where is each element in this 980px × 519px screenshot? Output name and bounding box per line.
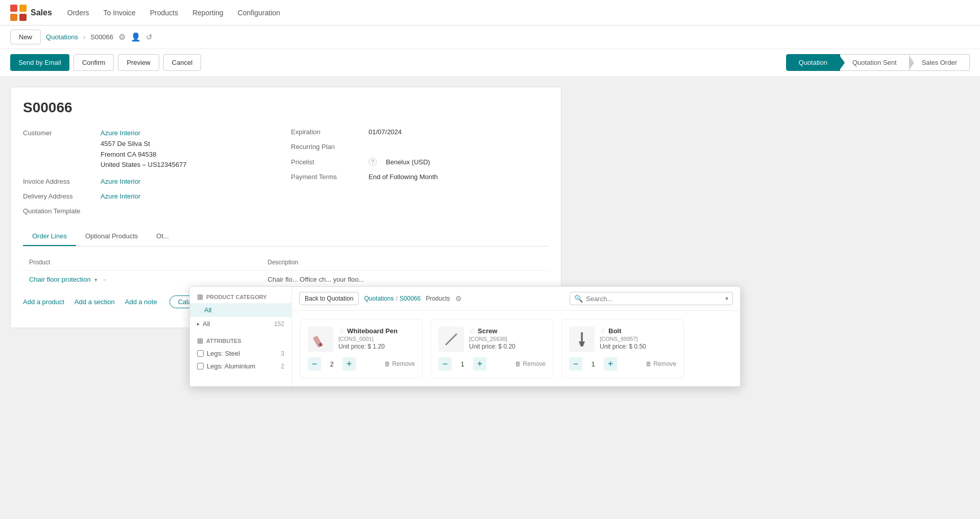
quotation-template-row: Quotation Template	[23, 207, 281, 215]
product-name-2[interactable]: Bolt	[608, 327, 621, 335]
nav-item-reporting[interactable]: Reporting	[185, 0, 231, 26]
svg-rect-0	[10, 5, 17, 12]
delivery-address-label: Delivery Address	[23, 192, 94, 200]
plus-button-0[interactable]: +	[342, 357, 356, 370]
dropdown-arrow[interactable]: ▾	[94, 277, 97, 283]
nav-item-to-invoice[interactable]: To Invoice	[96, 0, 143, 26]
svg-rect-1	[19, 5, 27, 12]
preview-button[interactable]: Preview	[118, 54, 159, 71]
plus-button-2[interactable]: +	[604, 357, 617, 370]
catalog-bc-parent[interactable]: Quotations	[364, 295, 394, 302]
status-sales-order[interactable]: Sales Order	[910, 54, 970, 71]
svg-rect-3	[19, 14, 27, 21]
form-left: Customer Azure Interior 4557 De Silva St…	[23, 128, 281, 215]
minus-button-1[interactable]: −	[438, 357, 452, 370]
breadcrumb-bar: New Quotations › S00066 ⚙ 👤 ↺	[0, 26, 980, 49]
catalog-main: Back to Quotation Quotations / S00066 Pr…	[292, 287, 740, 386]
tab-order-lines[interactable]: Order Lines	[23, 227, 76, 246]
pricelist-value[interactable]: Benelux (USD)	[386, 158, 430, 166]
cancel-button[interactable]: Cancel	[163, 54, 201, 71]
catalog-settings-icon[interactable]: ⚙	[455, 294, 462, 303]
tab-other[interactable]: Ot...	[147, 227, 178, 246]
sidebar-all-sub-item[interactable]: ▸ All 152	[190, 317, 291, 331]
product-name-0[interactable]: Whiteboard Pen	[347, 327, 398, 335]
status-quotation-sent[interactable]: Quotation Sent	[840, 54, 910, 71]
catalog-search-input[interactable]	[586, 295, 722, 303]
product-star-0[interactable]: ☆	[338, 327, 345, 335]
form-right: Expiration 01/07/2024 Recurring Plan Pri…	[291, 128, 549, 215]
status-quotation[interactable]: Quotation	[786, 54, 840, 71]
table-row: Chair floor protection ▾ → Chair flo... …	[23, 270, 549, 289]
nav-item-orders[interactable]: Orders	[60, 0, 96, 26]
gear-icon[interactable]: ⚙	[118, 32, 126, 42]
add-product-link[interactable]: Add a product	[23, 298, 64, 306]
col-description: Description	[261, 255, 549, 270]
product-code-2: [CONS_89957]	[600, 336, 676, 342]
tabs: Order Lines Optional Products Ot...	[23, 227, 549, 246]
attr-item-1[interactable]: Legs: Aluminium 2	[190, 360, 291, 373]
plus-button-1[interactable]: +	[473, 357, 486, 370]
add-section-link[interactable]: Add a section	[75, 298, 115, 306]
breadcrumb-parent[interactable]: Quotations	[46, 33, 78, 41]
nav-item-configuration[interactable]: Configuration	[231, 0, 287, 26]
delivery-address-row: Delivery Address Azure Interior	[23, 192, 281, 200]
grid-icon: ⊞	[197, 293, 203, 301]
remove-button-1[interactable]: 🗑 Remove	[515, 360, 546, 367]
quantity-display-2: 1	[585, 360, 601, 368]
back-to-quotation-button[interactable]: Back to Quotation	[299, 292, 359, 305]
expiration-row: Expiration 01/07/2024	[291, 128, 549, 136]
all-count: 152	[274, 320, 284, 328]
tab-optional-products[interactable]: Optional Products	[76, 227, 147, 246]
pricelist-help[interactable]: ?	[369, 158, 377, 166]
sidebar-all-item[interactable]: All	[190, 303, 291, 317]
product-name-1[interactable]: Screw	[478, 327, 497, 335]
product-star-2[interactable]: ☆	[600, 327, 606, 335]
new-button[interactable]: New	[10, 30, 41, 44]
breadcrumb-separator: ›	[83, 33, 85, 41]
product-code-1: [CONS_25630]	[469, 336, 546, 342]
product-card-2: ☆ Bolt [CONS_89957] Unit price: $ 0.50 −…	[561, 319, 684, 378]
remove-button-2[interactable]: 🗑 Remove	[646, 360, 676, 367]
status-bar: Quotation Quotation Sent Sales Order	[786, 54, 970, 71]
form-grid: Customer Azure Interior 4557 De Silva St…	[23, 128, 549, 215]
refresh-icon[interactable]: ↺	[146, 33, 153, 42]
invoice-address-label: Invoice Address	[23, 178, 94, 185]
add-note-link[interactable]: Add a note	[125, 298, 157, 306]
quantity-display-0: 2	[324, 360, 339, 368]
invoice-address-value[interactable]: Azure Interior	[101, 178, 140, 185]
logo-icon	[10, 5, 27, 21]
grid-icon-2: ⊞	[197, 337, 203, 345]
attr-checkbox-0[interactable]	[197, 350, 204, 357]
catalog-search-box: 🔍 ▾	[570, 292, 733, 305]
attr-checkbox-1[interactable]	[197, 363, 204, 369]
nav-logo: Sales	[10, 5, 52, 21]
expiration-value[interactable]: 01/07/2024	[369, 128, 402, 136]
attr-item-0[interactable]: Legs: Steel 3	[190, 347, 291, 360]
product-card-1: ☆ Screw [CONS_25630] Unit price: $ 0.20 …	[431, 319, 553, 378]
customer-value: Azure Interior 4557 De Silva St Fremont …	[101, 128, 186, 170]
minus-button-2[interactable]: −	[569, 357, 582, 370]
catalog-bc-current[interactable]: S00066	[400, 295, 421, 302]
customer-row: Customer Azure Interior 4557 De Silva St…	[23, 128, 281, 170]
recurring-plan-row: Recurring Plan	[291, 143, 549, 151]
payment-terms-label: Payment Terms	[291, 173, 362, 181]
svg-rect-2	[10, 14, 17, 21]
customer-label: Customer	[23, 128, 94, 137]
attr-count-0: 3	[281, 350, 284, 357]
send-by-email-button[interactable]: Send by Email	[10, 54, 69, 71]
catalog-search-dropdown-icon[interactable]: ▾	[725, 295, 728, 302]
product-star-1[interactable]: ☆	[469, 327, 476, 335]
person-icon[interactable]: 👤	[131, 32, 141, 42]
row-description[interactable]: Chair flo... Office ch... your floo...	[261, 270, 549, 289]
nav-item-products[interactable]: Products	[143, 0, 185, 26]
pricelist-row: Pricelist ? Benelux (USD)	[291, 158, 549, 166]
remove-button-0[interactable]: 🗑 Remove	[384, 360, 415, 367]
catalog-overlay: ⊞ PRODUCT CATEGORY All ▸ All 152 ⊞ ATTRI…	[189, 286, 741, 387]
app-name[interactable]: Sales	[31, 8, 52, 17]
product-price-1: Unit price: $ 0.20	[469, 343, 546, 350]
minus-button-0[interactable]: −	[308, 357, 321, 370]
payment-terms-value[interactable]: End of Following Month	[369, 173, 438, 181]
catalog-sidebar: ⊞ PRODUCT CATEGORY All ▸ All 152 ⊞ ATTRI…	[190, 287, 292, 386]
confirm-button[interactable]: Confirm	[74, 54, 114, 71]
delivery-address-value[interactable]: Azure Interior	[101, 192, 140, 200]
